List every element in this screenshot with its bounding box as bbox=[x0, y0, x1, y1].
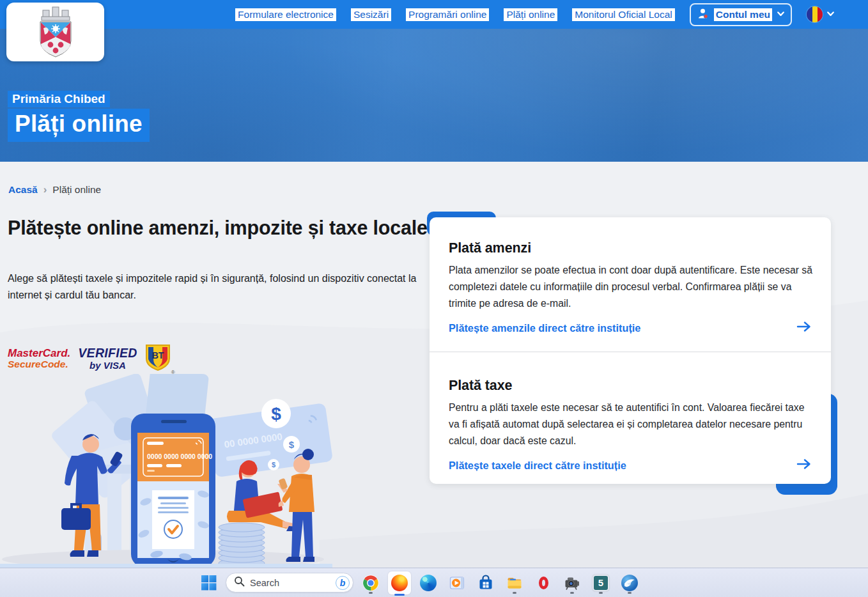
breadcrumb-separator-icon: › bbox=[43, 183, 47, 196]
user-icon bbox=[697, 7, 709, 22]
mastercard-securecode-badge: MasterCard. SecureCode. bbox=[8, 348, 70, 369]
card-title: Plată amenzi bbox=[449, 240, 812, 256]
thunderbird-icon bbox=[621, 575, 638, 591]
file-explorer-icon bbox=[506, 575, 523, 591]
windows-logo-icon bbox=[201, 575, 217, 591]
chrome-icon bbox=[362, 575, 379, 591]
search-placeholder: Search bbox=[250, 578, 330, 588]
taskbar-thunderbird[interactable] bbox=[618, 571, 641, 594]
arrow-right-icon[interactable] bbox=[796, 321, 812, 335]
bing-icon: b bbox=[336, 576, 350, 590]
language-selector[interactable] bbox=[807, 6, 835, 22]
chevron-down-icon bbox=[826, 9, 835, 20]
svg-text:0000 0000 0000 0000: 0000 0000 0000 0000 bbox=[147, 453, 212, 460]
nav-link-sesizari[interactable]: Sesizări bbox=[351, 8, 391, 21]
search-icon bbox=[234, 576, 245, 589]
hero-text-block: Primăria Chibed Plăți online bbox=[8, 91, 150, 142]
taskbar-five-player[interactable]: 5 bbox=[589, 571, 612, 594]
chevron-down-icon bbox=[777, 9, 785, 20]
nav-link-plati[interactable]: Plăți online bbox=[504, 8, 557, 21]
taskbar-microsoft-store[interactable] bbox=[474, 571, 497, 594]
municipality-logo[interactable] bbox=[6, 3, 104, 61]
coat-of-arms-icon bbox=[38, 5, 74, 59]
five-player-icon: 5 bbox=[593, 575, 609, 591]
taskbar-chrome[interactable] bbox=[359, 571, 382, 594]
account-menu-label: Contul meu bbox=[714, 8, 772, 21]
main-heading: Plătește online amenzi, impozite și taxe… bbox=[8, 215, 442, 241]
microsoft-store-icon bbox=[477, 575, 494, 591]
opera-icon bbox=[539, 577, 548, 589]
media-player-icon bbox=[449, 575, 465, 591]
windows-taskbar: Search b bbox=[0, 568, 868, 597]
breadcrumb-current: Plăți online bbox=[52, 184, 101, 196]
account-menu-button[interactable]: Contul meu bbox=[690, 3, 792, 26]
main-subtitle: Alege să plătești taxele și impozitele r… bbox=[8, 270, 442, 304]
verified-by-visa-badge: VERIFIED by VISA bbox=[78, 347, 137, 370]
start-button[interactable] bbox=[197, 571, 220, 594]
banca-transilvania-badge: BT ® bbox=[145, 343, 171, 374]
nav-link-formulare[interactable]: Formulare electronice bbox=[235, 8, 336, 21]
card-title: Plată taxe bbox=[449, 378, 812, 394]
card-plata-amenzi: Plată amenzi Plata amenzilor se poate ef… bbox=[430, 217, 831, 352]
svg-text:$: $ bbox=[272, 461, 275, 469]
svg-text:BT: BT bbox=[151, 350, 164, 361]
romanian-flag-icon bbox=[807, 6, 823, 22]
svg-text:$: $ bbox=[289, 439, 295, 450]
arrow-right-icon[interactable] bbox=[796, 458, 812, 472]
taskbar-firefox[interactable] bbox=[388, 571, 411, 594]
taskbar-edge[interactable] bbox=[417, 571, 440, 594]
taskbar-opera[interactable] bbox=[532, 571, 555, 594]
taskbar-search[interactable]: Search b bbox=[226, 573, 353, 593]
pay-fines-link[interactable]: Plătește amenzile direct către instituți… bbox=[449, 322, 640, 334]
taskbar-camera-app[interactable] bbox=[561, 571, 584, 594]
card-plata-taxe: Plată taxe Pentru a plăti taxele este ne… bbox=[430, 352, 831, 472]
card-description: Plata amenzilor se poate efectua in cont… bbox=[449, 262, 814, 312]
site-name: Primăria Chibed bbox=[8, 91, 110, 107]
online-payment-illustration: 00 0000 0000 0000 0000 0000 0000 bbox=[0, 374, 332, 568]
pay-fines-link-row[interactable]: Plătește amenzile direct către instituți… bbox=[449, 321, 812, 335]
breadcrumb: Acasă › Plăți online bbox=[8, 183, 101, 196]
page-title: Plăți online bbox=[8, 109, 150, 142]
taskbar-file-explorer[interactable] bbox=[503, 571, 526, 594]
top-navigation: Formulare electronice Sesizări Programăr… bbox=[0, 0, 868, 29]
firefox-icon bbox=[391, 575, 408, 591]
payment-badges: MasterCard. SecureCode. VERIFIED by VISA… bbox=[8, 343, 171, 374]
camera-icon bbox=[564, 575, 580, 591]
pay-taxes-link-row[interactable]: Plătește taxele direct către instituție bbox=[449, 458, 812, 472]
nav-link-monitorul[interactable]: Monitorul Oficial Local bbox=[572, 8, 674, 21]
taskbar-media-player[interactable] bbox=[446, 571, 469, 594]
payment-options-panel: Plată amenzi Plata amenzilor se poate ef… bbox=[430, 217, 831, 484]
breadcrumb-home-link[interactable]: Acasă bbox=[8, 184, 38, 196]
edge-icon bbox=[420, 575, 437, 591]
svg-text:$: $ bbox=[271, 404, 281, 424]
card-description: Pentru a plăti taxele este necesar să te… bbox=[449, 399, 814, 449]
pay-taxes-link[interactable]: Plătește taxele direct către instituție bbox=[449, 460, 626, 472]
nav-link-programari[interactable]: Programări online bbox=[406, 8, 489, 21]
